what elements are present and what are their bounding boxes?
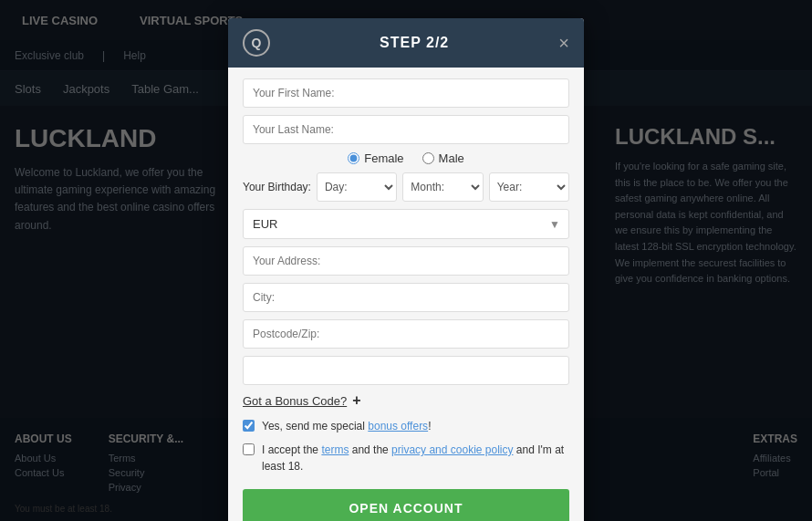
modal-body: Female Male Your Birthday: Day: Month: Y… [228,68,584,521]
registration-modal: Q STEP 2/2 × Female Male [228,18,584,521]
modal-close-button[interactable]: × [558,34,569,52]
bonus-code-plus-icon[interactable]: + [352,392,360,409]
currency-select[interactable]: EUR [243,209,569,239]
modal-overlay: Q STEP 2/2 × Female Male [0,0,812,521]
postcode-input[interactable] [243,319,569,349]
address-input[interactable] [243,246,569,276]
gender-female-radio[interactable] [348,152,359,164]
terms-prefix: I accept the [262,443,321,456]
bonus-offers-checkbox-row: Yes, send me special bonus offers! [243,418,569,434]
birthday-label: Your Birthday: [243,181,311,193]
gender-row: Female Male [243,151,569,165]
modal-header: Q STEP 2/2 × [228,18,584,68]
gender-male-option[interactable]: Male [422,151,464,165]
city-input[interactable] [243,283,569,312]
bonus-offers-suffix: ! [428,420,431,432]
last-name-input[interactable] [243,115,569,144]
terms-middle: and the [349,443,391,456]
privacy-policy-link[interactable]: privacy and cookie policy [391,443,513,456]
birthday-year-select[interactable]: Year: [489,172,569,202]
last-name-field [243,115,569,144]
city-field [243,283,569,312]
currency-field: EUR ▼ [243,209,569,239]
modal-title: STEP 2/2 [270,35,558,51]
birthday-day-select[interactable]: Day: [317,172,397,202]
terms-link[interactable]: terms [321,443,349,456]
bonus-offers-label: Yes, send me special bonus offers! [262,418,431,434]
first-name-field [243,78,569,108]
bonus-offers-checkbox[interactable] [243,420,255,432]
extra-field [243,356,569,385]
modal-logo-icon: Q [243,29,270,57]
gender-male-radio[interactable] [422,152,434,164]
first-name-input[interactable] [243,78,569,108]
gender-male-label: Male [439,151,464,165]
postcode-field [243,319,569,349]
bonus-code-text[interactable]: Got a Bonus Code? [243,394,347,408]
extra-input[interactable] [243,356,569,385]
gender-female-label: Female [364,151,403,165]
gender-female-option[interactable]: Female [348,151,403,165]
terms-checkbox-row: I accept the terms and the privacy and c… [243,442,569,474]
birthday-row: Your Birthday: Day: Month: Year: [243,172,569,202]
open-account-button[interactable]: OPEN ACCOUNT [243,489,569,521]
terms-label: I accept the terms and the privacy and c… [262,442,569,474]
bonus-code-row[interactable]: Got a Bonus Code? + [243,392,569,409]
terms-checkbox[interactable] [243,443,255,455]
bonus-offers-link[interactable]: bonus offers [368,420,428,432]
bonus-offers-prefix: Yes, send me special [262,420,368,432]
address-field [243,246,569,276]
birthday-month-select[interactable]: Month: [402,172,483,202]
